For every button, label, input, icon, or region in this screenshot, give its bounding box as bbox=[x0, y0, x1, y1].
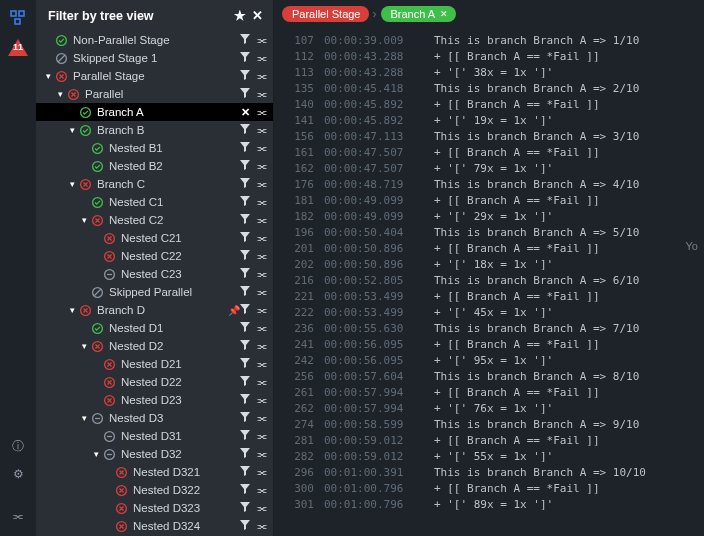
filter-icon[interactable] bbox=[240, 196, 250, 208]
filter-icon[interactable] bbox=[240, 340, 250, 352]
link-icon[interactable]: ⫘ bbox=[256, 376, 267, 388]
tree-row[interactable]: ▾Nested D3⫘ bbox=[36, 409, 273, 427]
link-icon[interactable]: ⫘ bbox=[256, 358, 267, 370]
tree-row[interactable]: ▾Nested B1⫘ bbox=[36, 139, 273, 157]
tree-row[interactable]: ▾Parallel⫘ bbox=[36, 85, 273, 103]
tree-row[interactable]: ▾Non-Parallel Stage⫘ bbox=[36, 31, 273, 49]
link-icon[interactable]: ⫘ bbox=[256, 448, 267, 460]
close-panel-icon[interactable]: ✕ bbox=[252, 8, 263, 23]
filter-icon[interactable] bbox=[240, 430, 250, 442]
tree-row[interactable]: ▾Nested D323⫘ bbox=[36, 499, 273, 517]
tree-row[interactable]: ▾Nested C2⫘ bbox=[36, 211, 273, 229]
link-icon[interactable]: ⫘ bbox=[256, 232, 267, 244]
filter-icon[interactable] bbox=[240, 286, 250, 298]
link-icon[interactable]: ⫘ bbox=[256, 502, 267, 514]
tree-row[interactable]: ▾Branch C⫘ bbox=[36, 175, 273, 193]
filter-icon[interactable] bbox=[240, 160, 250, 172]
chevron-icon[interactable]: ▾ bbox=[78, 341, 90, 351]
tree-row[interactable]: ▾Skipped Parallel⫘ bbox=[36, 283, 273, 301]
rail-error-badge[interactable]: 11 bbox=[7, 36, 29, 58]
tree-row[interactable]: ▾Nested D1⫘ bbox=[36, 319, 273, 337]
link-icon[interactable]: ⫘ bbox=[256, 106, 267, 118]
chevron-icon[interactable]: ▾ bbox=[54, 89, 66, 99]
filter-icon[interactable] bbox=[240, 232, 250, 244]
filter-icon[interactable] bbox=[240, 448, 250, 460]
tab[interactable]: Parallel Stage bbox=[282, 6, 369, 22]
link-icon[interactable]: ⫘ bbox=[256, 34, 267, 46]
filter-icon[interactable] bbox=[240, 484, 250, 496]
filter-icon[interactable] bbox=[240, 268, 250, 280]
tree-row[interactable]: ▾Nested C1⫘ bbox=[36, 193, 273, 211]
star-icon[interactable]: ★ bbox=[234, 8, 246, 23]
link-icon[interactable]: ⫘ bbox=[256, 268, 267, 280]
link-icon[interactable]: ⫘ bbox=[256, 124, 267, 136]
link-icon[interactable]: ⫘ bbox=[256, 178, 267, 190]
close-icon[interactable]: ✕ bbox=[440, 9, 448, 19]
link-icon[interactable]: ⫘ bbox=[256, 88, 267, 100]
chevron-icon[interactable]: ▾ bbox=[90, 449, 102, 459]
tab[interactable]: Branch A✕ bbox=[381, 6, 457, 22]
tree-row[interactable]: ▾Nested D32⫘ bbox=[36, 445, 273, 463]
chevron-icon[interactable]: ▾ bbox=[78, 215, 90, 225]
tree-row[interactable]: ▾Nested D31⫘ bbox=[36, 427, 273, 445]
chevron-icon[interactable]: ▾ bbox=[78, 413, 90, 423]
filter-icon[interactable] bbox=[240, 304, 250, 316]
filter-icon[interactable] bbox=[240, 70, 250, 82]
filter-icon[interactable] bbox=[240, 520, 250, 532]
log-output[interactable]: 10700:00:39.009This is branch Branch A =… bbox=[274, 28, 704, 536]
filter-icon[interactable] bbox=[240, 250, 250, 262]
link-icon[interactable]: ⫘ bbox=[256, 304, 267, 316]
link-icon[interactable]: ⫘ bbox=[256, 160, 267, 172]
filter-icon[interactable] bbox=[240, 376, 250, 388]
info-icon[interactable]: ⓘ bbox=[8, 436, 28, 456]
filter-icon[interactable] bbox=[240, 178, 250, 190]
filter-icon[interactable] bbox=[240, 142, 250, 154]
tree-row[interactable]: ▾Nested C23⫘ bbox=[36, 265, 273, 283]
tree-row[interactable]: ▾Nested D322⫘ bbox=[36, 481, 273, 499]
link-icon[interactable]: ⫘ bbox=[256, 70, 267, 82]
link-icon[interactable]: ⫘ bbox=[256, 322, 267, 334]
filter-icon[interactable] bbox=[240, 322, 250, 334]
tree-row[interactable]: ▾Nested D324⫘ bbox=[36, 517, 273, 535]
tree-row[interactable]: ▾Branch D📌⫘ bbox=[36, 301, 273, 319]
gear-icon[interactable]: ⚙ bbox=[8, 464, 28, 484]
link-icon[interactable]: ⫘ bbox=[256, 520, 267, 532]
link-icon[interactable]: ⫘ bbox=[256, 466, 267, 478]
tree-row[interactable]: ▾Nested D321⫘ bbox=[36, 463, 273, 481]
close-icon[interactable]: ✕ bbox=[241, 106, 250, 119]
filter-icon[interactable] bbox=[240, 52, 250, 64]
rail-app-icon[interactable] bbox=[8, 8, 28, 28]
tree-row[interactable]: ▾Nested B2⫘ bbox=[36, 157, 273, 175]
chevron-icon[interactable]: ▾ bbox=[66, 125, 78, 135]
tree-row[interactable]: ▾Nested C21⫘ bbox=[36, 229, 273, 247]
link-icon[interactable]: ⫘ bbox=[256, 214, 267, 226]
filter-icon[interactable] bbox=[240, 214, 250, 226]
filter-icon[interactable] bbox=[240, 34, 250, 46]
link-icon[interactable]: ⫘ bbox=[256, 196, 267, 208]
link-icon[interactable]: ⫘ bbox=[256, 484, 267, 496]
chevron-icon[interactable]: ▾ bbox=[42, 71, 54, 81]
link-icon[interactable]: ⫘ bbox=[256, 286, 267, 298]
filter-icon[interactable] bbox=[240, 394, 250, 406]
tree-view[interactable]: ▾Non-Parallel Stage⫘▾Skipped Stage 1⫘▾Pa… bbox=[36, 31, 273, 536]
link-icon[interactable]: ⫘ bbox=[256, 412, 267, 424]
tree-row[interactable]: ▾Nested D21⫘ bbox=[36, 355, 273, 373]
filter-icon[interactable] bbox=[240, 124, 250, 136]
filter-icon[interactable] bbox=[240, 412, 250, 424]
link-icon[interactable]: ⫘ bbox=[256, 394, 267, 406]
filter-icon[interactable] bbox=[240, 466, 250, 478]
tree-row[interactable]: ▾Branch A✕⫘ bbox=[36, 103, 273, 121]
filter-icon[interactable] bbox=[240, 502, 250, 514]
link-icon[interactable]: ⫘ bbox=[256, 52, 267, 64]
tree-row[interactable]: ▾Nested C22⫘ bbox=[36, 247, 273, 265]
tree-row[interactable]: ▾Nested D22⫘ bbox=[36, 373, 273, 391]
tree-row[interactable]: ▾Branch B⫘ bbox=[36, 121, 273, 139]
link-icon[interactable]: ⫘ bbox=[256, 250, 267, 262]
chevron-icon[interactable]: ▾ bbox=[66, 179, 78, 189]
link-icon[interactable]: ⫘ bbox=[256, 430, 267, 442]
tree-row[interactable]: ▾Parallel Stage⫘ bbox=[36, 67, 273, 85]
tree-row[interactable]: ▾Nested D23⫘ bbox=[36, 391, 273, 409]
chain-icon[interactable]: ⫘ bbox=[8, 506, 28, 526]
tree-row[interactable]: ▾Skipped Stage 1⫘ bbox=[36, 49, 273, 67]
chevron-icon[interactable]: ▾ bbox=[66, 305, 78, 315]
